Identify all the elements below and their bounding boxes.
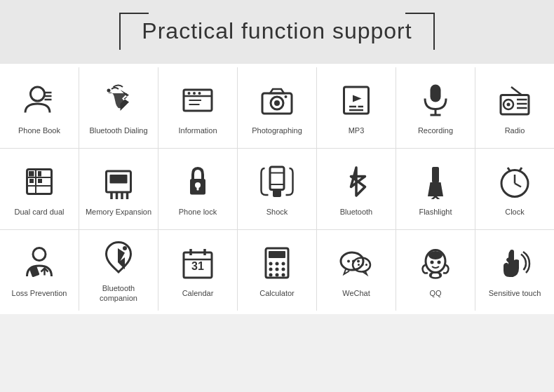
information-icon: [179, 81, 217, 120]
svg-point-73: [282, 262, 285, 266]
svg-line-57: [515, 184, 521, 187]
bluetooth-dialing-label: Bluetooth Dialing: [89, 126, 147, 135]
grid-row-0: Phone Book Bluetooth Dialing Information…: [0, 67, 554, 149]
grid-cell-bluetooth: Bluetooth: [317, 149, 396, 229]
memory-expansion-icon: [100, 163, 138, 201]
dual-card-icon: [20, 163, 59, 201]
svg-point-91: [438, 261, 441, 264]
photographing-label: Photographing: [252, 126, 302, 135]
svg-point-25: [507, 103, 511, 107]
svg-point-72: [276, 262, 279, 266]
svg-rect-35: [29, 179, 34, 183]
clock-icon: [496, 163, 534, 201]
svg-line-54: [435, 196, 442, 199]
phone-book-label: Phone Book: [18, 126, 60, 135]
svg-point-15: [285, 95, 288, 98]
svg-marker-52: [428, 182, 443, 196]
grid-cell-wechat: WeChat: [317, 230, 396, 311]
memory-expansion-label: Memory Expansion: [86, 207, 151, 217]
svg-rect-20: [431, 85, 441, 102]
phone-lock-icon: [179, 163, 217, 201]
svg-rect-50: [273, 189, 281, 197]
flashlight-icon: [417, 163, 455, 201]
grid-cell-memory-expansion: Memory Expansion: [79, 149, 158, 229]
grid-cell-phone-book: Phone Book: [0, 67, 79, 148]
svg-line-29: [511, 87, 522, 95]
svg-point-86: [362, 264, 364, 266]
svg-rect-47: [270, 167, 284, 190]
grid-cell-information: Information: [158, 67, 238, 148]
svg-point-60: [33, 248, 46, 261]
loss-prevention-label: Loss Prevention: [12, 288, 67, 298]
sensitive-touch-label: Sensitive touch: [489, 288, 541, 298]
svg-point-0: [31, 87, 45, 101]
grid-cell-flashlight: Flashlight: [396, 149, 475, 229]
svg-point-14: [274, 100, 280, 106]
svg-point-85: [358, 264, 360, 266]
grid-cell-radio: Radio: [475, 67, 554, 148]
svg-point-75: [276, 268, 279, 271]
grid-cell-sensitive-touch: Sensitive touch: [475, 230, 554, 311]
feature-grid: Phone Book Bluetooth Dialing Information…: [0, 64, 554, 314]
svg-rect-37: [38, 179, 42, 183]
svg-point-89: [428, 251, 442, 259]
calendar-label: Calendar: [182, 288, 214, 298]
svg-rect-43: [110, 175, 128, 184]
svg-point-63: [123, 246, 127, 250]
mp3-label: MP3: [349, 126, 365, 135]
grid-cell-shock: Shock: [238, 149, 317, 229]
bluetooth-companion-label: Bluetooth companion: [83, 283, 154, 304]
svg-point-10: [193, 92, 196, 95]
clock-label: Clock: [505, 207, 525, 217]
qq-label: QQ: [429, 288, 441, 298]
phone-book-icon: [20, 81, 59, 120]
svg-rect-51: [432, 167, 439, 183]
svg-point-79: [282, 273, 285, 277]
grid-cell-calendar: 31 Calendar: [158, 230, 238, 311]
svg-point-81: [347, 260, 350, 263]
svg-rect-46: [197, 187, 199, 191]
shock-icon: [258, 163, 297, 201]
dual-card-label: Dual card dual: [15, 207, 65, 217]
recording-icon: [417, 81, 455, 120]
qq-icon: [417, 244, 455, 283]
svg-line-53: [428, 196, 435, 199]
phone-lock-label: Phone lock: [179, 207, 217, 217]
svg-point-78: [276, 273, 279, 277]
grid-cell-recording: Recording: [396, 67, 475, 148]
svg-point-90: [431, 261, 434, 264]
svg-rect-36: [38, 171, 41, 177]
wechat-label: WeChat: [342, 288, 370, 298]
recording-label: Recording: [418, 126, 453, 135]
shock-label: Shock: [266, 207, 288, 217]
svg-point-71: [269, 262, 273, 266]
grid-cell-loss-prevention: Loss Prevention: [0, 230, 79, 311]
svg-text:31: 31: [191, 260, 204, 272]
grid-row-1: Dual card dual Memory Expansion Phone lo…: [0, 149, 554, 230]
bluetooth-dialing-icon: [100, 81, 138, 120]
page-title: Practical function support: [142, 13, 412, 50]
loss-prevention-icon: [20, 244, 59, 283]
information-label: Information: [178, 126, 217, 135]
photographing-icon: [258, 81, 297, 120]
svg-point-9: [188, 92, 191, 95]
grid-cell-dual-card: Dual card dual: [0, 149, 79, 229]
svg-point-11: [198, 92, 201, 95]
calculator-icon: [258, 244, 297, 283]
svg-point-4: [107, 89, 111, 93]
calculator-label: Calculator: [259, 288, 295, 298]
calendar-icon: 31: [179, 244, 217, 283]
bluetooth-icon: [337, 163, 376, 201]
grid-cell-photographing: Photographing: [238, 67, 317, 148]
grid-row-2: Loss Prevention Bluetooth companion 31 C…: [0, 230, 554, 311]
mp3-icon: [337, 81, 376, 120]
header-section: Practical function support: [0, 0, 554, 64]
svg-point-74: [269, 268, 273, 271]
svg-rect-70: [269, 251, 285, 258]
radio-label: Radio: [505, 126, 525, 135]
wechat-icon: [337, 244, 376, 283]
radio-icon: [496, 81, 534, 120]
grid-cell-clock: Clock: [475, 149, 554, 229]
svg-point-76: [282, 268, 285, 271]
grid-cell-mp3: MP3: [317, 67, 396, 148]
